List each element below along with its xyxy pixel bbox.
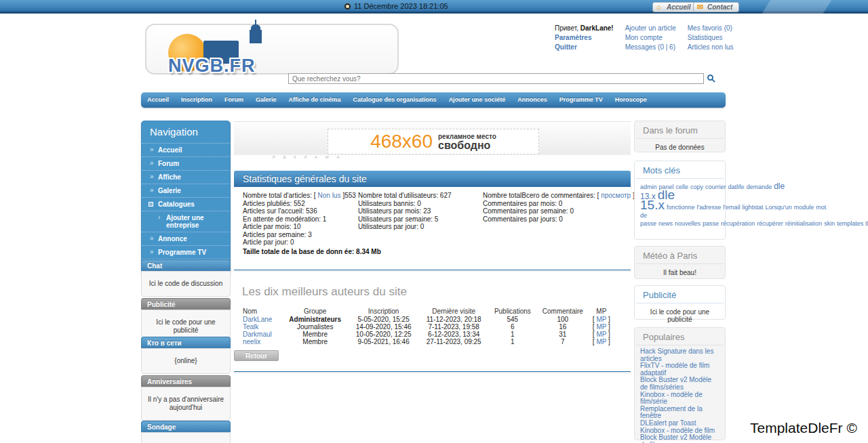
tag-link[interactable]: récupérer: [757, 220, 783, 227]
stats-column-users: Nombre total d'utilisateurs: 627 Utilisa…: [358, 192, 452, 231]
stat-value: ]553: [342, 192, 355, 199]
tag-link[interactable]: module: [794, 204, 814, 211]
author-link[interactable]: Darkmaul: [243, 331, 272, 338]
tag-link[interactable]: news: [658, 220, 673, 227]
send-mp-link[interactable]: MP: [596, 331, 606, 338]
clock-icon: [344, 3, 351, 9]
weather-title: Météo à Paris: [636, 247, 724, 264]
stat-line: Articles par semaine: 3: [243, 231, 356, 239]
send-mp-link[interactable]: MP: [596, 338, 606, 345]
logout-link[interactable]: Quitter: [555, 44, 614, 51]
nav-affiche-cinema[interactable]: Affiche de cinéma: [283, 92, 347, 108]
tag-link[interactable]: l'email: [723, 204, 740, 211]
send-mp-link[interactable]: MP: [596, 323, 606, 331]
ad-banner-468x60[interactable]: 468x60 рекламное место свободно: [328, 129, 539, 154]
chevron-right-icon: »: [150, 248, 154, 255]
view-comments-stat-link[interactable]: просмотр: [601, 192, 631, 199]
tag-link[interactable]: thèmes: [865, 220, 868, 227]
tag-link[interactable]: copy: [690, 184, 703, 190]
sidebar-item-ajouter-entreprise[interactable]: › Ajouter une entreprise: [142, 211, 230, 232]
nav-horoscope[interactable]: Horoscope: [609, 92, 653, 108]
birthdays-title: Anniversaires: [141, 375, 231, 387]
sidebar-item-affiche[interactable]: » Affiche: [142, 170, 230, 184]
nav-forum[interactable]: Forum: [218, 92, 250, 108]
chat-block-body: Ici le code de discussion: [141, 271, 231, 297]
sidebar-item-annonce[interactable]: » Annonce: [142, 232, 230, 245]
popular-item-link[interactable]: Kinobox - modèle de film/série: [640, 392, 719, 406]
col-header-publications: Publications: [489, 307, 536, 316]
author-link[interactable]: neelix: [243, 338, 260, 345]
tag-link[interactable]: datlife: [728, 184, 745, 190]
nav-programme-tv[interactable]: Programme TV: [553, 92, 609, 108]
author-group: Administrateurs: [282, 316, 349, 323]
tag-link[interactable]: récupération: [721, 220, 755, 227]
popular-item-link[interactable]: DLEalert par Toast: [640, 420, 719, 427]
author-link[interactable]: DarkLane: [243, 316, 272, 323]
col-header-inscription: Inscription: [349, 307, 419, 316]
home-button[interactable]: ⌂ Accueil: [652, 2, 698, 12]
nav-annonces[interactable]: Annonces: [511, 92, 553, 108]
tag-link[interactable]: celle: [676, 184, 689, 190]
bracket: [: [593, 331, 595, 338]
birthdays-body: Il n'y a pas d'anniversaire aujourd'hui: [141, 387, 231, 421]
unread-articles-link[interactable]: Articles non lus: [688, 44, 734, 51]
popular-item-link[interactable]: Remplacement de la fenêtre: [640, 406, 719, 420]
tag-link[interactable]: demande: [747, 184, 772, 190]
tag-cloud: adminpanelcellecopycourrierdatlifedemand…: [635, 179, 725, 231]
table-row: Tealk Journalistes 14-09-2020, 15:46 7-1…: [234, 323, 614, 331]
sidebar-item-catalogues[interactable]: Catalogues: [142, 197, 230, 211]
stat-line: Articles sur l'accueil: 536: [243, 207, 356, 215]
popular-item-link[interactable]: Block Buster v2 Modèle de films/séries: [640, 377, 719, 391]
home-button-label: Accueil: [667, 3, 691, 11]
popular-item-link[interactable]: Hack Signature dans les articles: [640, 348, 719, 362]
nav-galerie[interactable]: Galerie: [250, 92, 283, 108]
tag-link[interactable]: skin: [824, 220, 835, 227]
tag-link[interactable]: courrier: [705, 184, 726, 190]
banner-caption: рекламное место свободно: [438, 133, 496, 150]
search-input[interactable]: [288, 73, 704, 84]
banner-caption-line2: свободно: [438, 140, 496, 150]
site-logo[interactable]: NVGB.FR: [168, 28, 270, 76]
unread-articles-stat-link[interactable]: Non lus: [318, 192, 341, 199]
chevron-right-icon: »: [150, 159, 154, 167]
author-link[interactable]: Tealk: [243, 323, 258, 331]
tag-link[interactable]: Lorsqu'un: [765, 204, 791, 211]
settings-link[interactable]: Paramètres: [555, 35, 614, 41]
castle-spike: [255, 20, 256, 25]
tag-link[interactable]: réinitialisation: [785, 220, 823, 227]
contact-button[interactable]: ✉ Contact: [693, 2, 739, 12]
template-watermark: TemplateDleFr ©: [750, 420, 857, 436]
section-divider: [234, 270, 631, 272]
back-button[interactable]: Retour: [234, 350, 279, 361]
nav-catalogue-organisations[interactable]: Catalogue des organisations: [347, 92, 443, 108]
tag-link[interactable]: lightstat: [742, 204, 763, 211]
sidebar-item-accueil[interactable]: » Accueil: [142, 143, 230, 156]
favorites-link[interactable]: Mes favoris (0): [688, 25, 734, 32]
tag-link[interactable]: l'adresse: [696, 204, 721, 211]
author-registration: 5-05-2020, 15:25: [349, 316, 419, 323]
send-mp-link[interactable]: MP: [596, 316, 606, 323]
statistics-link[interactable]: Statistiques: [688, 35, 734, 41]
messages-link[interactable]: Messages (0 | 6): [625, 44, 676, 51]
popular-item-link[interactable]: FlixTV - modèle de film adaptatif: [640, 362, 719, 377]
private-message-cell: [ MP ]: [589, 323, 614, 331]
author-last-visit: 6-12-2023, 13:34: [419, 331, 489, 338]
sidebar-item-label: Ajouter une entreprise: [166, 214, 204, 229]
nav-ajouter-societe[interactable]: Ajouter une société: [443, 92, 512, 108]
tag-link[interactable]: admin: [640, 184, 657, 190]
search-button[interactable]: [707, 74, 717, 84]
private-message-cell: [ MP ]: [589, 338, 614, 345]
nav-inscription[interactable]: Inscription: [175, 92, 218, 108]
castle-dome: [251, 24, 260, 31]
tag-link[interactable]: nouvelles: [675, 220, 701, 227]
sidebar-item-forum[interactable]: » Forum: [142, 156, 230, 170]
add-article-link[interactable]: Ajouter un article: [625, 25, 676, 32]
tag-link[interactable]: templates: [837, 220, 863, 227]
sidebar-item-galerie[interactable]: » Galerie: [142, 184, 230, 197]
tag-link[interactable]: passe: [703, 220, 719, 227]
nav-accueil[interactable]: Accueil: [141, 92, 175, 108]
account-link[interactable]: Mon compte: [625, 35, 676, 41]
popular-item-link[interactable]: Block Buster v2 Modèle de film: [640, 434, 719, 443]
sidebar-item-programme-tv[interactable]: » Programme TV: [142, 245, 230, 259]
tag-link[interactable]: fonctionne: [667, 204, 695, 211]
